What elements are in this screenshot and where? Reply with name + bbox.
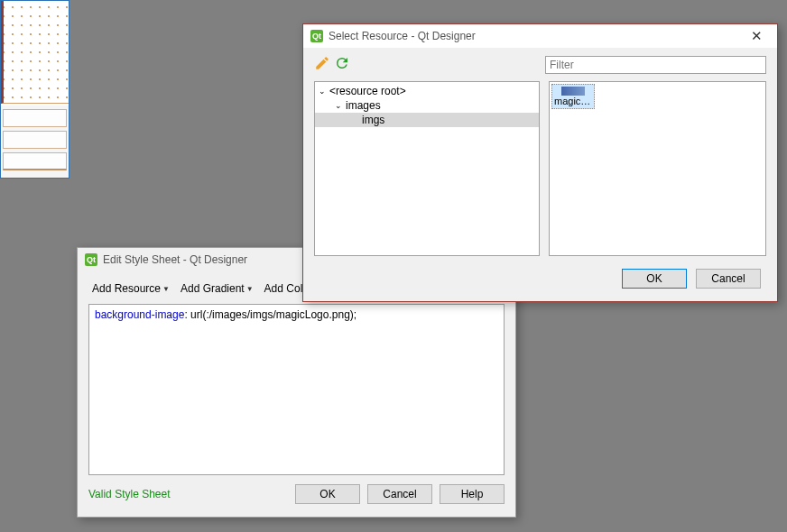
edit-dialog-title: Edit Style Sheet - Qt Designer	[103, 253, 247, 266]
expand-arrow-icon[interactable]: ⌄	[319, 87, 329, 96]
resource-thumbnail[interactable]: magicLo...	[551, 84, 595, 109]
edit-dialog-footer: Valid Style Sheet OK Cancel Help	[78, 475, 515, 513]
expand-arrow-icon[interactable]: ⌄	[335, 101, 346, 110]
tree-item-imgs[interactable]: imgs	[315, 113, 539, 127]
tree-item-root[interactable]: ⌄ <resource root>	[315, 84, 539, 98]
dropdown-arrow-icon: ▼	[162, 285, 170, 293]
qt-app-icon: Qt	[85, 253, 97, 266]
add-gradient-dropdown[interactable]: Add Gradient ▼	[177, 280, 257, 297]
tree-item-images[interactable]: ⌄ images	[315, 98, 539, 113]
background-designer-window	[0, 0, 69, 179]
reload-icon[interactable]	[334, 55, 350, 74]
background-panel	[1, 105, 69, 178]
bg-row	[3, 109, 67, 127]
resource-tree[interactable]: ⌄ <resource root> ⌄ images imgs	[314, 81, 540, 256]
tree-item-label: imgs	[362, 114, 384, 126]
qt-app-icon: Qt	[310, 30, 323, 42]
select-dialog-title: Select Resource - Qt Designer	[329, 30, 476, 42]
help-button[interactable]: Help	[440, 484, 505, 504]
css-value: : url(:/images/imgs/magicLogo.png);	[184, 308, 356, 321]
thumbnail-image	[561, 87, 585, 96]
css-property: background-image	[95, 308, 184, 321]
add-resource-label: Add Resource	[92, 282, 161, 295]
filter-input[interactable]	[545, 56, 766, 74]
select-dialog-toolbar	[303, 48, 777, 81]
bg-row	[3, 131, 67, 149]
cancel-button[interactable]: Cancel	[696, 269, 761, 289]
ok-button[interactable]: OK	[295, 484, 360, 504]
add-gradient-label: Add Gradient	[181, 282, 245, 295]
dot-grid-area	[1, 1, 69, 104]
ok-button[interactable]: OK	[622, 269, 687, 289]
bg-row	[3, 152, 67, 170]
tree-item-label: images	[346, 99, 381, 112]
add-resource-dropdown[interactable]: Add Resource ▼	[88, 280, 173, 297]
stylesheet-editor[interactable]: background-image: url(:/images/imgs/magi…	[88, 304, 505, 475]
edit-icon[interactable]	[314, 55, 330, 74]
close-button[interactable]: ✕	[743, 28, 770, 44]
select-dialog-footer: OK Cancel	[303, 256, 777, 301]
resource-list[interactable]: magicLo...	[549, 81, 766, 256]
dropdown-arrow-icon: ▼	[246, 285, 254, 293]
tree-item-label: <resource root>	[329, 85, 406, 97]
thumbnail-label: magicLo...	[554, 96, 592, 106]
select-dialog-body: ⌄ <resource root> ⌄ images imgs magicLo.…	[303, 81, 777, 256]
validation-status: Valid Style Sheet	[88, 488, 288, 500]
cancel-button[interactable]: Cancel	[367, 484, 432, 504]
select-resource-dialog: Qt Select Resource - Qt Designer ✕ ⌄ <re…	[302, 23, 778, 302]
select-dialog-titlebar[interactable]: Qt Select Resource - Qt Designer ✕	[303, 24, 777, 48]
